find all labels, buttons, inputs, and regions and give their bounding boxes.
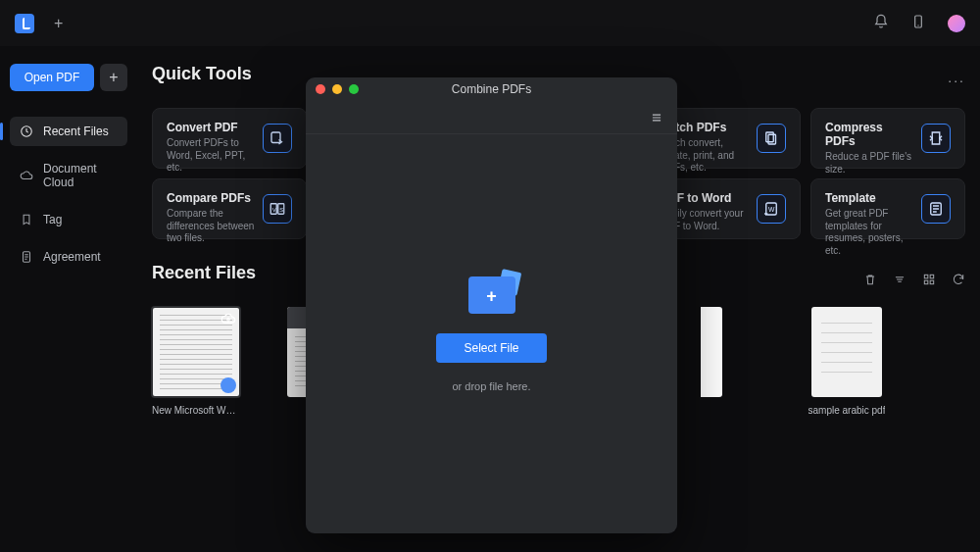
- menu-icon[interactable]: [650, 111, 663, 128]
- svg-rect-16: [930, 280, 934, 284]
- recent-toolbar: [863, 273, 965, 286]
- svg-rect-14: [930, 275, 934, 278]
- sidebar-item-label: Tag: [43, 213, 62, 226]
- recent-file-item[interactable]: New Microsoft Wo…: [152, 307, 240, 416]
- compress-icon: [921, 124, 951, 153]
- select-file-button[interactable]: Select File: [436, 333, 546, 363]
- new-tab-button[interactable]: +: [54, 15, 63, 32]
- modal-titlebar: Combine PDFs: [306, 77, 677, 101]
- svg-text:W: W: [768, 206, 775, 213]
- delete-icon[interactable]: [863, 273, 877, 286]
- file-thumbnail: [152, 307, 240, 397]
- titlebar: +: [0, 0, 980, 46]
- recent-files-heading: Recent Files: [152, 263, 256, 283]
- grid-icon[interactable]: [922, 273, 936, 286]
- refresh-icon[interactable]: [952, 273, 965, 286]
- sidebar: Open PDF + Recent Files Document Cloud T…: [0, 46, 137, 552]
- modal-body: + Select File or drop file here.: [306, 134, 677, 533]
- sidebar-item-agreement[interactable]: Agreement: [10, 242, 127, 272]
- modal-title: Combine PDFs: [452, 82, 531, 96]
- sidebar-item-tag[interactable]: Tag: [10, 205, 127, 234]
- app-logo-icon: [15, 14, 34, 33]
- drop-hint-text: or drop file here.: [452, 380, 530, 392]
- new-file-button[interactable]: +: [100, 64, 127, 91]
- tool-card-convert[interactable]: Convert PDFConvert PDFs to Word, Excel, …: [152, 108, 307, 169]
- clock-icon: [20, 125, 33, 138]
- sort-icon[interactable]: [893, 273, 906, 286]
- svg-text:V: V: [272, 207, 276, 213]
- quick-tools-more-button[interactable]: ···: [948, 73, 965, 88]
- template-icon: [921, 194, 951, 224]
- svg-rect-3: [271, 132, 280, 143]
- file-thumbnail: [811, 307, 882, 397]
- cloud-badge-icon: [220, 377, 236, 393]
- file-name: sample arabic pdf: [808, 405, 886, 416]
- svg-text:S: S: [279, 207, 283, 213]
- svg-rect-15: [924, 280, 928, 284]
- minimize-icon[interactable]: [332, 84, 342, 94]
- svg-rect-4: [766, 132, 774, 142]
- quick-tools-heading: Quick Tools: [152, 64, 252, 84]
- pdfword-icon: W: [757, 194, 786, 224]
- doc-icon: [20, 250, 33, 264]
- cloud-upload-icon: [220, 311, 236, 326]
- sidebar-item-label: Recent Files: [43, 125, 109, 138]
- close-icon[interactable]: [316, 84, 325, 94]
- open-pdf-button[interactable]: Open PDF: [10, 64, 94, 91]
- file-thumbnail: [701, 307, 722, 397]
- batch-icon: [757, 124, 786, 153]
- maximize-icon[interactable]: [349, 84, 359, 94]
- recent-file-item[interactable]: sample arabic pdf: [803, 307, 891, 416]
- window-controls[interactable]: [316, 84, 359, 94]
- convert-icon: [263, 124, 292, 153]
- bell-icon[interactable]: [873, 14, 889, 33]
- cloud-icon: [20, 169, 33, 182]
- combine-pdfs-modal: Combine PDFs + Select File or drop file …: [306, 77, 677, 533]
- bookmark-icon: [20, 213, 33, 226]
- sidebar-item-recent-files[interactable]: Recent Files: [10, 117, 127, 146]
- device-icon[interactable]: [910, 14, 926, 33]
- compare-icon: VS: [263, 194, 292, 224]
- svg-rect-13: [924, 275, 928, 278]
- tool-card-compare[interactable]: Compare PDFsCompare the differences betw…: [152, 178, 307, 239]
- svg-rect-5: [768, 134, 776, 144]
- sidebar-item-label: Document Cloud: [43, 162, 118, 189]
- tool-card-template[interactable]: TemplateGet great PDF templates for resu…: [810, 178, 965, 239]
- avatar[interactable]: [948, 15, 965, 32]
- file-name: New Microsoft Wo…: [152, 405, 240, 416]
- folder-add-icon: +: [468, 276, 515, 316]
- sidebar-item-document-cloud[interactable]: Document Cloud: [10, 154, 127, 197]
- recent-file-item[interactable]: [667, 307, 756, 416]
- sidebar-item-label: Agreement: [43, 250, 101, 264]
- modal-toolbar: [306, 101, 677, 134]
- tool-card-compress[interactable]: Compress PDFsReduce a PDF file's size.: [810, 108, 965, 169]
